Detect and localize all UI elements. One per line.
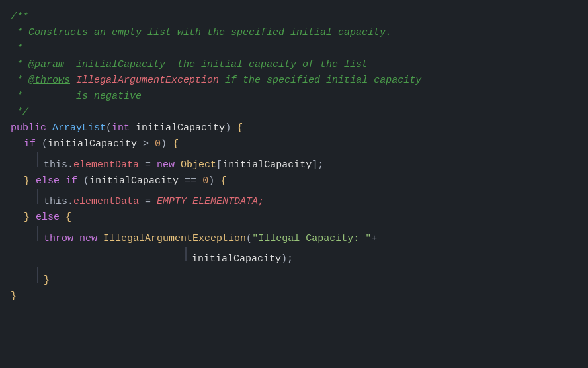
space9 xyxy=(214,173,220,189)
plus-op: + xyxy=(371,231,377,247)
space8 xyxy=(77,173,83,189)
code-line-15: initialCapacity); xyxy=(0,247,588,268)
eq-op: = xyxy=(139,158,157,173)
code-line-4: * @param initialCapacity the initial cap… xyxy=(0,57,588,73)
indent-bar-16 xyxy=(37,267,38,283)
brace-open-8: { xyxy=(237,120,243,136)
indent-bar-12 xyxy=(37,189,38,205)
brace-open-9: { xyxy=(173,136,179,152)
code-line-16: } xyxy=(0,267,588,289)
tag-throws: @throws xyxy=(28,73,70,89)
brace-close-13: } xyxy=(24,210,30,226)
eq-op2: = xyxy=(139,194,157,210)
code-line-10: this.elementData = new Object[initialCap… xyxy=(0,152,588,173)
num-zero: 0 xyxy=(155,136,161,152)
bracket-close: ]; xyxy=(312,158,323,173)
eq-eq: == xyxy=(179,173,202,189)
code-line-8: public ArrayList(int initialCapacity) { xyxy=(0,120,588,136)
comment-close: */ xyxy=(11,105,28,120)
keyword-if: if xyxy=(24,136,36,152)
code-line-17: } xyxy=(0,289,588,304)
comment-open: /** xyxy=(11,9,28,25)
keyword-int: int xyxy=(112,120,130,136)
paren-open: ( xyxy=(106,120,112,136)
brace-close-17: } xyxy=(11,289,17,304)
space10 xyxy=(30,210,36,226)
comment-param-text: initialCapacity the initial capacity of … xyxy=(64,57,368,73)
keyword-public: public xyxy=(11,120,46,136)
paren-open-exc: ( xyxy=(246,231,252,247)
gt-op: > xyxy=(137,136,155,152)
code-line-1: /** xyxy=(0,9,588,25)
space3 xyxy=(231,120,237,136)
space6 xyxy=(175,158,181,173)
brace-close-16: } xyxy=(44,273,50,289)
indent-bar-14 xyxy=(37,226,38,241)
cond-cap: initialCapacity xyxy=(48,136,137,152)
space2 xyxy=(130,120,136,136)
cap-param: initialCapacity xyxy=(222,158,312,173)
paren-close-exc: ); xyxy=(281,252,293,267)
space11 xyxy=(60,210,65,226)
string-illegal: "Illegal Capacity: " xyxy=(252,231,371,247)
brace-open-13: { xyxy=(65,210,71,226)
paren-close-elseif: ) xyxy=(208,173,214,189)
field-elementdata-2: elementData xyxy=(73,194,139,210)
paren-close: ) xyxy=(225,120,231,136)
paren-close-if: ) xyxy=(161,136,167,152)
paren-open-if: ( xyxy=(42,136,48,152)
code-line-14: throw new IllegalArgumentException("Ille… xyxy=(0,226,588,247)
code-line-2: * Constructs an empty list with the spec… xyxy=(0,25,588,41)
tag-param: @param xyxy=(28,57,64,73)
code-editor: /** * Constructs an empty list with the … xyxy=(0,7,588,307)
this-kw: this. xyxy=(44,158,73,173)
code-line-12: this.elementData = EMPTY_ELEMENTDATA; xyxy=(0,189,588,210)
keyword-new-1: new xyxy=(157,158,175,173)
brace-close-11: } xyxy=(24,173,30,189)
param-initialcapacity: initialCapacity xyxy=(136,120,225,136)
code-line-7: */ xyxy=(0,105,588,120)
brace-open-11: { xyxy=(220,173,226,189)
comment-star-4: * xyxy=(11,57,28,73)
comment-line-2: * Constructs an empty list with the spec… xyxy=(11,25,392,41)
indent-bar-10 xyxy=(37,152,38,167)
const-empty: EMPTY_ELEMENTDATA; xyxy=(157,194,264,210)
type-object: Object xyxy=(181,158,216,173)
cond-cap2: initialCapacity xyxy=(89,173,179,189)
comment-line-3: * xyxy=(11,41,22,57)
comment-line-6: * is negative xyxy=(11,89,142,105)
space7 xyxy=(30,173,36,189)
comment-star-5: * xyxy=(11,73,28,89)
code-line-9: if (initialCapacity > 0) { xyxy=(0,136,588,152)
space4 xyxy=(36,136,42,152)
space13 xyxy=(97,231,103,247)
space12 xyxy=(73,231,79,247)
num-zero-2: 0 xyxy=(202,173,208,189)
code-line-11: } else if (initialCapacity == 0) { xyxy=(0,173,588,189)
throws-class-name: IllegalArgumentException xyxy=(76,73,219,89)
comment-throws-class xyxy=(70,73,76,89)
method-arraylist: ArrayList xyxy=(52,120,106,136)
keyword-throw: throw xyxy=(44,231,73,247)
keyword-else-if: else if xyxy=(36,173,77,189)
code-line-3: * xyxy=(0,41,588,57)
code-line-13: } else { xyxy=(0,210,588,226)
keyword-else: else xyxy=(36,210,60,226)
comment-throws-text: if the specified initial capacity xyxy=(219,73,421,89)
code-line-6: * is negative xyxy=(0,89,588,105)
field-elementdata: elementData xyxy=(73,158,139,173)
space xyxy=(46,120,52,136)
exception-type: IllegalArgumentException xyxy=(103,231,246,247)
space5 xyxy=(167,136,173,152)
paren-open-elseif: ( xyxy=(83,173,89,189)
this-kw2: this. xyxy=(44,194,73,210)
code-line-5: * @throws IllegalArgumentException if th… xyxy=(0,73,588,89)
cap-arg: initialCapacity xyxy=(192,252,281,267)
indent-bar-15 xyxy=(185,247,187,262)
keyword-new-2: new xyxy=(79,231,97,247)
bracket-open: [ xyxy=(216,158,222,173)
